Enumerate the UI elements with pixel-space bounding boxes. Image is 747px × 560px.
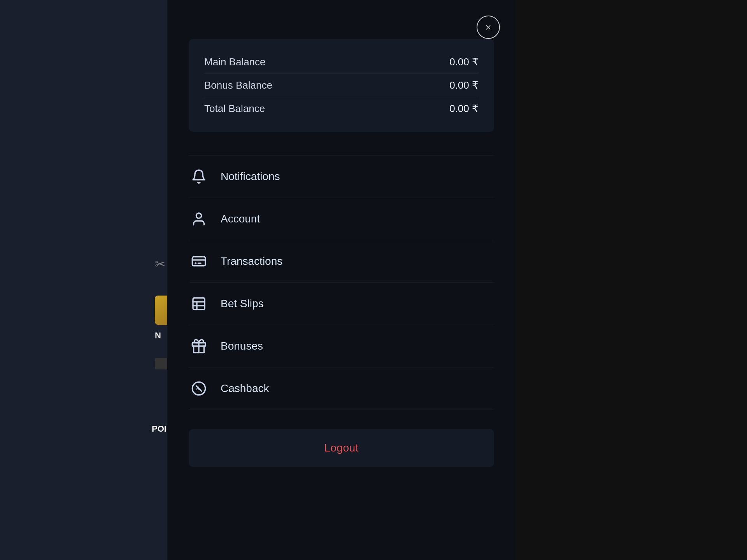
account-label: Account [221,213,260,225]
menu-item-bonuses[interactable]: Bonuses [189,325,494,368]
cashback-icon: % [191,381,207,396]
transactions-icon [191,254,207,269]
menu-list: Notifications Account [189,155,494,410]
background-text-n: N [155,331,161,341]
balance-card: Main Balance 0.00 ₹ Bonus Balance 0.00 ₹… [189,39,494,132]
betslips-icon [191,296,207,312]
account-icon-wrapper [189,209,209,229]
total-balance-row: Total Balance 0.00 ₹ [204,97,479,120]
gift-icon [191,338,207,354]
bet-slips-label: Bet Slips [221,298,264,310]
user-icon [191,211,207,227]
logout-button[interactable]: Logout [189,429,494,467]
svg-rect-1 [192,257,205,266]
notifications-label: Notifications [221,170,280,183]
bonuses-icon-wrapper [189,336,209,356]
sidebar-background [0,0,167,560]
bell-icon [191,169,207,184]
transactions-label: Transactions [221,255,282,268]
total-balance-value: 0.00 ₹ [449,103,479,115]
transactions-icon-wrapper [189,251,209,271]
bonus-balance-value: 0.00 ₹ [449,79,479,91]
total-balance-label: Total Balance [204,103,265,115]
menu-item-transactions[interactable]: Transactions [189,240,494,283]
bonus-balance-row: Bonus Balance 0.00 ₹ [204,74,479,97]
menu-item-cashback[interactable]: % Cashback [189,368,494,410]
main-balance-label: Main Balance [204,56,266,68]
notifications-icon-wrapper [189,166,209,187]
bet-slips-icon-wrapper [189,294,209,314]
background-text-poi: POI [152,424,167,434]
background-icon-scissors: ✂ [155,257,165,271]
close-icon: × [485,21,491,33]
cashback-icon-wrapper: % [189,378,209,399]
svg-text:%: % [196,385,200,390]
svg-rect-5 [193,298,205,310]
main-balance-row: Main Balance 0.00 ₹ [204,51,479,74]
bonus-balance-label: Bonus Balance [204,79,272,91]
svg-point-0 [196,213,201,218]
close-button[interactable]: × [477,16,500,39]
menu-item-account[interactable]: Account [189,198,494,240]
cashback-label: Cashback [221,382,269,395]
menu-item-notifications[interactable]: Notifications [189,155,494,198]
account-panel: × Main Balance 0.00 ₹ Bonus Balance 0.00… [167,0,516,560]
menu-item-bet-slips[interactable]: Bet Slips [189,283,494,325]
bonuses-label: Bonuses [221,340,263,352]
main-balance-value: 0.00 ₹ [449,56,479,68]
